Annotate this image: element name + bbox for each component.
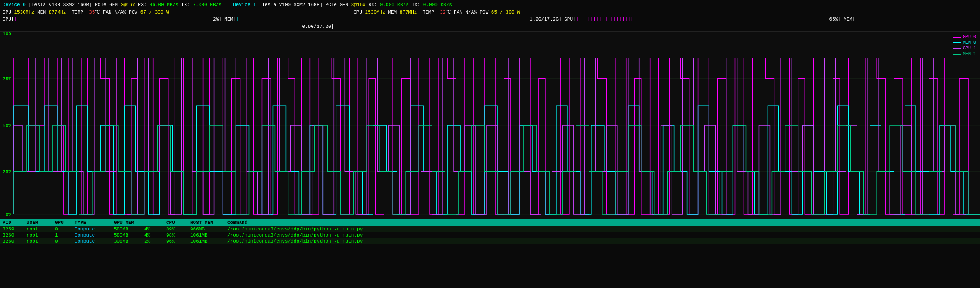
table-row: 3259 root 0 Compute 580MB 4% 89% 966MB /…	[0, 226, 980, 232]
d1-gpu-bar-pct: 65%]	[634, 16, 844, 23]
row2-gpu: 0	[55, 239, 75, 244]
d1-temp-label: TEMP	[423, 9, 440, 16]
legend-mem1: MEM 1	[953, 51, 976, 56]
d1-fan-val: N/A%	[465, 9, 480, 16]
device1-pcie: PCIe	[325, 1, 339, 9]
device0-gen: GEN	[109, 1, 120, 9]
row0-cpu: 89%	[166, 226, 190, 232]
row0-mem: 4%	[144, 226, 166, 232]
legend-gpu0: GPU 0	[953, 34, 976, 39]
d0-pow-val: 67 / 300 W	[140, 9, 353, 16]
d1-pow-label: POW	[480, 9, 491, 16]
device0-rx-label: RX:	[138, 1, 149, 9]
table-row: 3260 root 1 Compute 580MB 4% 98% 1061MB …	[0, 232, 980, 238]
d0-gpu-label: GPU	[3, 9, 14, 16]
d0-gpu-mhz: 1530MHz	[14, 9, 37, 16]
row1-hmem: 1061MB	[190, 233, 227, 238]
row1-gpu: 1	[55, 233, 75, 238]
row0-gpu: 0	[55, 226, 75, 232]
device0-tx-label: TX:	[181, 1, 192, 9]
device1-model: [Tesla V100-SXM2-16GB]	[259, 1, 326, 9]
legend-gpu1-label: GPU 1	[963, 46, 976, 51]
d0-gpu-bar-label: GPU[	[3, 16, 14, 23]
d0-fan-val: N/A%	[114, 9, 129, 16]
svg-text:75%: 75%	[3, 76, 11, 82]
d1-pow-val: 65 / 300 W	[491, 9, 520, 16]
d0-pow-label: POW	[129, 9, 140, 16]
row2-mem: 2%	[144, 239, 166, 244]
chart-legend: GPU 0 MEM 0 GPU 1 MEM 1	[953, 34, 976, 56]
header-line-1: Device 0 [Tesla V100-SXM2-16GB] PCIe GEN…	[3, 1, 977, 9]
row2-type: Compute	[75, 239, 114, 244]
row2-gmem: 308MB	[114, 239, 144, 244]
row1-user: root	[27, 233, 55, 238]
d1-gpu-label: GPU	[353, 9, 365, 16]
device0-label: Device 0	[3, 1, 28, 9]
legend-gpu1-color	[953, 48, 961, 49]
device0-tx-val: 7.000 MB/s	[193, 1, 233, 9]
header-line-3: GPU[ | 2%] MEM[ ||	[3, 16, 977, 30]
device0-gen-val: 3@16x	[121, 1, 138, 9]
svg-text:100: 100	[3, 32, 11, 37]
legend-mem0-label: MEM 0	[963, 40, 976, 45]
svg-text:50%: 50%	[3, 123, 11, 128]
d1-mem-mhz: 877MHz	[400, 9, 423, 16]
row0-hmem: 966MB	[190, 226, 227, 232]
device1-rx-val: 0.000 kB/s	[380, 1, 412, 9]
row0-pid: 3259	[3, 226, 27, 232]
col-header-hmem: HOST MEM	[190, 220, 227, 225]
header: Device 0 [Tesla V100-SXM2-16GB] PCIe GEN…	[0, 0, 980, 31]
col-header-cpu: CPU	[166, 220, 190, 225]
col-header-cmd: Command	[227, 220, 977, 225]
device1-tx-val: 0.000 kB/s	[423, 1, 452, 9]
row1-cmd: /root/miniconda3/envs/ddp/bin/python -u …	[227, 233, 977, 238]
chart-svg: 100 75% 50% 25% 0%	[0, 32, 980, 219]
row0-gmem: 580MB	[114, 226, 144, 232]
legend-mem0: MEM 0	[953, 40, 976, 45]
d1-temp-val: 32	[440, 9, 445, 16]
header-line-2: GPU 1530MHz MEM 877MHz TEMP 35 ℃ FAN N/A…	[3, 9, 977, 16]
d0-mem-bar-fill: ||	[236, 16, 242, 23]
col-header-type: TYPE	[75, 220, 114, 225]
d0-mem-bar-label: MEM[	[224, 16, 236, 23]
d0-gpu-bar-pct: 2%]	[17, 16, 224, 23]
row2-user: root	[27, 239, 55, 244]
legend-mem0-color	[953, 42, 961, 43]
legend-mem1-color	[953, 54, 961, 55]
process-table: PID USER GPU TYPE GPU MEM CPU HOST MEM C…	[0, 219, 980, 244]
gpu-chart: 100 75% 50% 25% 0% GPU 0 MEM 0 GPU 1 MEM…	[0, 31, 980, 219]
d0-mem-mhz: 877MHz	[49, 9, 72, 16]
row0-cmd: /root/miniconda3/envs/ddp/bin/python -u …	[227, 226, 977, 232]
svg-text:0%: 0%	[6, 212, 12, 217]
device0-model: [Tesla V100-SXM2-16GB]	[28, 1, 95, 9]
row2-pid: 3260	[3, 239, 27, 244]
d0-temp-label: TEMP	[72, 9, 89, 16]
row2-cmd: /root/miniconda3/envs/ddp/bin/python -u …	[227, 239, 977, 244]
table-row: 3260 root 0 Compute 308MB 2% 96% 1061MB …	[0, 238, 980, 244]
device1-gen: GEN	[339, 1, 351, 9]
svg-text:25%: 25%	[3, 170, 11, 175]
device1-tx-label: TX:	[411, 1, 423, 9]
device0-rx-val: 46.00 MB/s	[150, 1, 182, 9]
d1-mem-label: MEM	[388, 9, 399, 16]
row0-user: root	[27, 226, 55, 232]
row1-cpu: 98%	[166, 233, 190, 238]
d1-fan-label: FAN	[454, 9, 465, 16]
col-header-gpu: GPU	[55, 220, 75, 225]
col-header-pid: PID	[3, 220, 27, 225]
legend-gpu0-label: GPU 0	[963, 34, 976, 39]
d1-mem-bar-label: MEM[	[844, 16, 855, 23]
device1-gen-val: 3@16x	[351, 1, 369, 9]
row1-pid: 3260	[3, 233, 27, 238]
d1-gpu-bar-label: GPU[	[564, 16, 576, 23]
d1-mem-bar-end: 0.9G/17.2G]	[3, 23, 334, 31]
d0-temp-unit: ℃	[95, 9, 103, 16]
device0-pcie: PCIe	[95, 1, 109, 9]
table-header: PID USER GPU TYPE GPU MEM CPU HOST MEM C…	[0, 219, 980, 226]
legend-mem1-label: MEM 1	[963, 51, 976, 56]
d0-mem-label: MEM	[37, 9, 48, 16]
d0-mem-bar-end: 1.2G/17.2G]	[242, 16, 564, 23]
legend-gpu0-color	[953, 37, 961, 38]
row2-hmem: 1061MB	[190, 239, 227, 244]
col-header-mem	[144, 220, 166, 225]
